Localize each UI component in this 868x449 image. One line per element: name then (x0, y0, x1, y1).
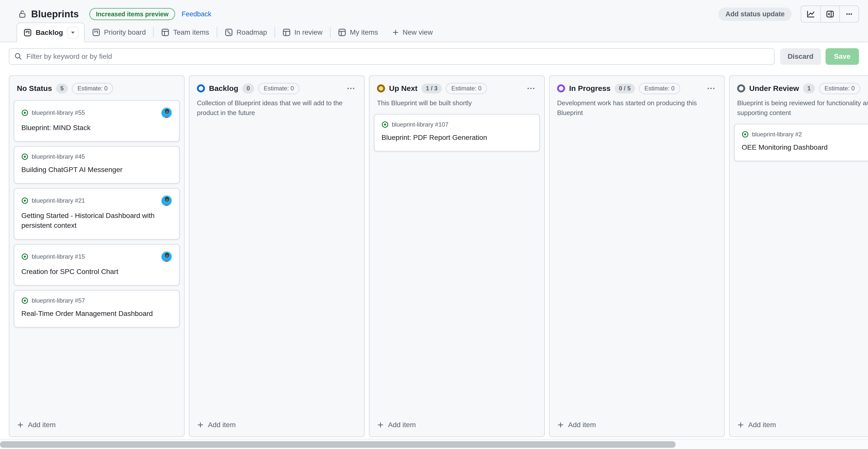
add-item-label: Add item (388, 421, 416, 429)
tab-backlog-label: Backlog (36, 29, 63, 37)
avatar[interactable] (161, 107, 172, 118)
tab-roadmap[interactable]: Roadmap (217, 23, 275, 42)
tab-in-review-label: In review (294, 28, 322, 36)
project-menu-button[interactable] (839, 6, 859, 22)
card[interactable]: blueprint-library #15 Creation for SPC C… (14, 244, 180, 286)
card[interactable]: blueprint-library #57 Real-Time Order Ma… (14, 290, 180, 327)
table-icon (161, 28, 169, 36)
tab-priority-board-label: Priority board (104, 28, 146, 36)
card-repo-ref: blueprint-library #2 (752, 131, 802, 138)
add-item-button[interactable]: Add item (197, 421, 236, 429)
tab-my-items[interactable]: My items (331, 23, 385, 42)
plus-icon (377, 421, 384, 428)
card-title: Building ChatGPT AI Messenger (21, 165, 172, 174)
avatar[interactable] (161, 195, 172, 206)
column-name: Up Next (389, 84, 417, 93)
open-issue-icon (21, 153, 28, 160)
column-estimate-badge: Estimate: 0 (258, 83, 299, 94)
card-repo-ref: blueprint-library #45 (32, 153, 85, 160)
card-repo-ref: blueprint-library #57 (32, 297, 85, 304)
card-title: Blueprint: PDF Report Generation (381, 133, 532, 142)
card[interactable]: blueprint-library #45 Building ChatGPT A… (14, 146, 180, 184)
tab-team-items[interactable]: Team items (154, 23, 217, 42)
discard-button[interactable]: Discard (780, 48, 821, 65)
column-no-status: No Status 5 Estimate: 0 blueprint-librar… (9, 75, 185, 437)
column-menu-button[interactable] (525, 85, 537, 91)
column-menu-button[interactable] (345, 85, 356, 91)
column-estimate-badge: Estimate: 0 (72, 83, 113, 94)
tab-priority-board[interactable]: Priority board (85, 23, 153, 42)
column-menu-button[interactable] (705, 85, 717, 91)
add-status-update-button[interactable]: Add status update (718, 7, 792, 21)
preview-badge: Increased items preview (89, 8, 175, 20)
column-description: Collection of Blueprint ideas that we wi… (197, 98, 356, 118)
column-in-progress: In Progress 0 / 5 Estimate: 0 Developmen… (549, 75, 725, 437)
project-board-icon (92, 28, 100, 36)
chevron-down-icon (70, 31, 75, 34)
insights-button[interactable] (801, 6, 820, 22)
add-item-label: Add item (208, 421, 236, 429)
project-header: Blueprints Increased items preview Feedb… (0, 0, 868, 42)
card[interactable]: blueprint-library #55 Blueprint: MIND St… (14, 100, 180, 141)
feedback-link[interactable]: Feedback (182, 10, 212, 18)
projects-board-page: Blueprints Increased items preview Feedb… (0, 0, 868, 449)
column-description: Development work has started on producin… (557, 98, 717, 118)
column-name: No Status (17, 84, 52, 93)
status-up-next-icon (377, 84, 385, 92)
add-item-button[interactable]: Add item (17, 421, 56, 429)
tab-roadmap-label: Roadmap (237, 28, 267, 36)
add-item-label: Add item (568, 421, 596, 429)
filter-input[interactable] (9, 48, 775, 65)
card-title: Creation for SPC Control Chart (21, 267, 172, 277)
card-repo-ref: blueprint-library #21 (32, 197, 85, 204)
save-button[interactable]: Save (826, 48, 859, 65)
column-under-review: Under Review 1 Estimate: 0 Blueprint is … (729, 75, 868, 437)
search-icon (14, 53, 22, 61)
new-view-button[interactable]: New view (385, 23, 439, 42)
ellipsis-icon (347, 87, 355, 90)
view-options-button[interactable] (67, 27, 79, 38)
project-board-icon (24, 29, 32, 37)
open-issue-icon (381, 121, 389, 128)
column-count-badge: 1 (803, 84, 815, 93)
card[interactable]: blueprint-library #2 OEE Monitoring Dash… (734, 124, 868, 161)
table-icon (338, 28, 346, 36)
ellipsis-icon (845, 10, 854, 18)
card[interactable]: blueprint-library #107 Blueprint: PDF Re… (374, 114, 540, 152)
add-item-button[interactable]: Add item (557, 421, 596, 429)
horizontal-scrollbar[interactable] (0, 439, 868, 449)
column-count-badge: 0 (242, 84, 254, 93)
open-issue-icon (21, 109, 28, 116)
card-title: Blueprint: MIND Stack (21, 123, 172, 133)
table-icon (283, 28, 290, 36)
scrollbar-thumb[interactable] (0, 441, 676, 448)
ellipsis-icon (527, 87, 535, 90)
column-backlog: Backlog 0 Estimate: 0 Collection of Blue… (189, 75, 365, 437)
plus-icon (197, 421, 204, 428)
open-issue-icon (21, 253, 28, 260)
tab-in-review[interactable]: In review (275, 23, 330, 42)
status-backlog-icon (197, 84, 205, 92)
card-list (189, 118, 364, 417)
new-view-label: New view (403, 28, 433, 36)
add-item-label: Add item (748, 421, 776, 429)
ellipsis-icon (707, 87, 715, 90)
avatar[interactable] (161, 251, 172, 262)
open-issue-icon (742, 131, 749, 138)
column-description: This Blueprint will be built shortly (377, 98, 537, 108)
add-item-button[interactable]: Add item (737, 421, 776, 429)
card-title: OEE Monitoring Dashboard (742, 142, 868, 152)
status-under-review-icon (737, 84, 745, 92)
side-panel-button[interactable] (820, 6, 839, 22)
add-item-button[interactable]: Add item (377, 421, 416, 429)
plus-icon (392, 29, 399, 36)
plus-icon (557, 421, 564, 428)
card-title: Getting Started - Historical Dashboard w… (21, 211, 172, 230)
tab-backlog[interactable]: Backlog (17, 23, 85, 42)
column-up-next: Up Next 1 / 3 Estimate: 0 This Blueprint… (369, 75, 545, 437)
column-estimate-badge: Estimate: 0 (819, 83, 860, 94)
roadmap-icon (225, 28, 233, 36)
card-repo-ref: blueprint-library #107 (392, 121, 448, 128)
card[interactable]: blueprint-library #21 Getting Started - … (14, 188, 180, 239)
filter-bar: Discard Save (0, 42, 868, 75)
